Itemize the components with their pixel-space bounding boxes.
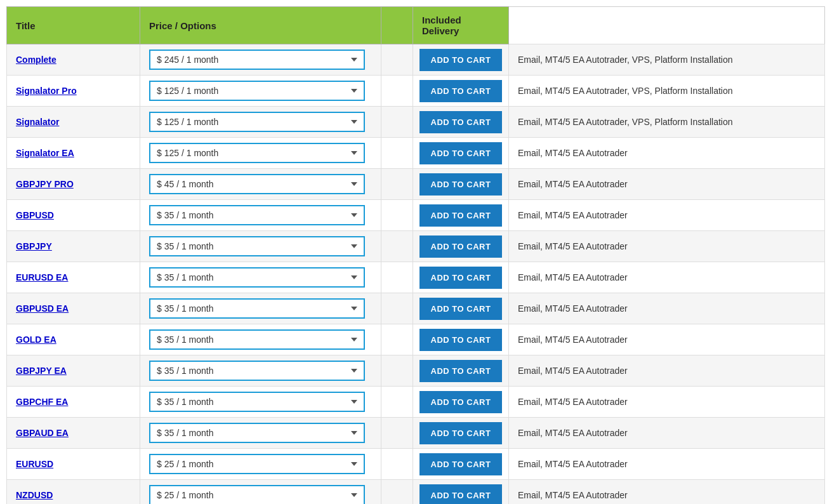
product-link-gbpusd[interactable]: GBPUSD [16,210,54,220]
product-table: Title Price / Options Included Delivery … [6,6,825,504]
spacer-cell [381,324,413,355]
price-select-gold-ea[interactable]: $ 35 / 1 month [149,329,365,350]
price-select-gbpjpy-pro[interactable]: $ 45 / 1 month [149,174,365,194]
table-row: GBPJPY$ 35 / 1 monthADD TO CARTEmail, MT… [7,231,825,262]
add-to-cart-button-gbpjpy-pro[interactable]: ADD TO CART [419,173,502,196]
delivery-cell-signalator: Email, MT4/5 EA Autotrader, VPS, Platfor… [509,107,825,138]
table-row: EURUSD$ 25 / 1 monthADD TO CARTEmail, MT… [7,449,825,480]
add-to-cart-button-gbpaud-ea[interactable]: ADD TO CART [419,422,502,444]
table-row: NZDUSD$ 25 / 1 monthADD TO CARTEmail, MT… [7,480,825,505]
spacer-cell [381,387,413,418]
spacer-cell [381,418,413,449]
table-row: GOLD EA$ 35 / 1 monthADD TO CARTEmail, M… [7,324,825,355]
add-to-cart-button-gbpjpy[interactable]: ADD TO CART [419,235,502,258]
table-row: GBPJPY EA$ 35 / 1 monthADD TO CARTEmail,… [7,355,825,387]
product-link-gold-ea[interactable]: GOLD EA [16,335,56,345]
product-link-gbpaud-ea[interactable]: GBPAUD EA [16,428,69,438]
add-to-cart-button-gold-ea[interactable]: ADD TO CART [419,329,502,351]
product-link-gbpjpy[interactable]: GBPJPY [16,241,52,251]
table-row: GBPUSD EA$ 35 / 1 monthADD TO CARTEmail,… [7,293,825,324]
delivery-cell-nzdusd: Email, MT4/5 EA Autotrader [509,480,825,505]
product-link-eurusd-ea[interactable]: EURUSD EA [16,272,68,282]
add-to-cart-button-nzdusd[interactable]: ADD TO CART [419,484,502,505]
add-to-cart-button-signalator-ea[interactable]: ADD TO CART [419,142,502,164]
product-link-gbpchf-ea[interactable]: GBPCHF EA [16,397,68,407]
product-link-gbpjpy-ea[interactable]: GBPJPY EA [16,366,67,376]
header-title: Title [7,7,140,44]
table-row: GBPJPY PRO$ 45 / 1 monthADD TO CARTEmail… [7,169,825,200]
header-included-delivery: Included Delivery [413,7,509,44]
price-select-eurusd-ea[interactable]: $ 35 / 1 month [149,267,365,288]
product-link-signalator-pro[interactable]: Signalator Pro [16,86,77,96]
add-to-cart-button-signalator[interactable]: ADD TO CART [419,111,502,133]
delivery-cell-eurusd-ea: Email, MT4/5 EA Autotrader [509,262,825,293]
table-row: GBPAUD EA$ 35 / 1 monthADD TO CARTEmail,… [7,418,825,449]
product-link-gbpjpy-pro[interactable]: GBPJPY PRO [16,179,74,189]
product-link-complete[interactable]: Complete [16,55,56,65]
spacer-cell [381,355,413,387]
price-select-gbpchf-ea[interactable]: $ 35 / 1 month [149,392,365,412]
product-link-nzdusd[interactable]: NZDUSD [16,490,53,500]
spacer-cell [381,107,413,138]
add-to-cart-button-gbpchf-ea[interactable]: ADD TO CART [419,391,502,413]
spacer-cell [381,231,413,262]
delivery-cell-gbpusd: Email, MT4/5 EA Autotrader [509,200,825,231]
delivery-cell-gbpchf-ea: Email, MT4/5 EA Autotrader [509,387,825,418]
delivery-cell-gbpjpy-ea: Email, MT4/5 EA Autotrader [509,355,825,387]
price-select-eurusd[interactable]: $ 25 / 1 month [149,454,365,474]
spacer-cell [381,169,413,200]
delivery-cell-gbpjpy: Email, MT4/5 EA Autotrader [509,231,825,262]
spacer-cell [381,44,413,76]
table-row: GBPUSD$ 35 / 1 monthADD TO CARTEmail, MT… [7,200,825,231]
spacer-cell [381,138,413,169]
price-select-complete[interactable]: $ 245 / 1 month [149,50,365,70]
price-select-signalator[interactable]: $ 125 / 1 month [149,112,365,132]
table-row: Signalator$ 125 / 1 monthADD TO CARTEmai… [7,107,825,138]
table-row: Signalator EA$ 125 / 1 monthADD TO CARTE… [7,138,825,169]
spacer-cell [381,76,413,107]
spacer-cell [381,449,413,480]
delivery-cell-gold-ea: Email, MT4/5 EA Autotrader [509,324,825,355]
add-to-cart-button-gbpjpy-ea[interactable]: ADD TO CART [419,360,502,382]
header-spacer [381,7,413,44]
delivery-cell-gbpaud-ea: Email, MT4/5 EA Autotrader [509,418,825,449]
table-row: Complete$ 245 / 1 monthADD TO CARTEmail,… [7,44,825,76]
price-select-nzdusd[interactable]: $ 25 / 1 month [149,485,365,504]
price-select-gbpaud-ea[interactable]: $ 35 / 1 month [149,423,365,443]
delivery-cell-signalator-pro: Email, MT4/5 EA Autotrader, VPS, Platfor… [509,76,825,107]
delivery-cell-eurusd: Email, MT4/5 EA Autotrader [509,449,825,480]
product-link-eurusd[interactable]: EURUSD [16,459,53,469]
table-row: GBPCHF EA$ 35 / 1 monthADD TO CARTEmail,… [7,387,825,418]
add-to-cart-button-signalator-pro[interactable]: ADD TO CART [419,80,502,102]
header-price-options: Price / Options [140,7,381,44]
add-to-cart-button-complete[interactable]: ADD TO CART [419,49,502,71]
delivery-cell-gbpjpy-pro: Email, MT4/5 EA Autotrader [509,169,825,200]
price-select-gbpusd[interactable]: $ 35 / 1 month [149,205,365,225]
add-to-cart-button-eurusd[interactable]: ADD TO CART [419,453,502,475]
delivery-cell-gbpusd-ea: Email, MT4/5 EA Autotrader [509,293,825,324]
add-to-cart-button-eurusd-ea[interactable]: ADD TO CART [419,267,502,289]
table-row: Signalator Pro$ 125 / 1 monthADD TO CART… [7,76,825,107]
spacer-cell [381,480,413,505]
price-select-gbpusd-ea[interactable]: $ 35 / 1 month [149,298,365,319]
delivery-cell-signalator-ea: Email, MT4/5 EA Autotrader [509,138,825,169]
spacer-cell [381,200,413,231]
spacer-cell [381,293,413,324]
price-select-signalator-ea[interactable]: $ 125 / 1 month [149,143,365,163]
add-to-cart-button-gbpusd[interactable]: ADD TO CART [419,204,502,227]
price-select-gbpjpy[interactable]: $ 35 / 1 month [149,236,365,256]
spacer-cell [381,262,413,293]
delivery-cell-complete: Email, MT4/5 EA Autotrader, VPS, Platfor… [509,44,825,76]
price-select-gbpjpy-ea[interactable]: $ 35 / 1 month [149,361,365,381]
product-link-signalator-ea[interactable]: Signalator EA [16,148,74,158]
add-to-cart-button-gbpusd-ea[interactable]: ADD TO CART [419,298,502,320]
product-link-gbpusd-ea[interactable]: GBPUSD EA [16,303,69,314]
price-select-signalator-pro[interactable]: $ 125 / 1 month [149,81,365,101]
product-link-signalator[interactable]: Signalator [16,117,59,127]
table-row: EURUSD EA$ 35 / 1 monthADD TO CARTEmail,… [7,262,825,293]
